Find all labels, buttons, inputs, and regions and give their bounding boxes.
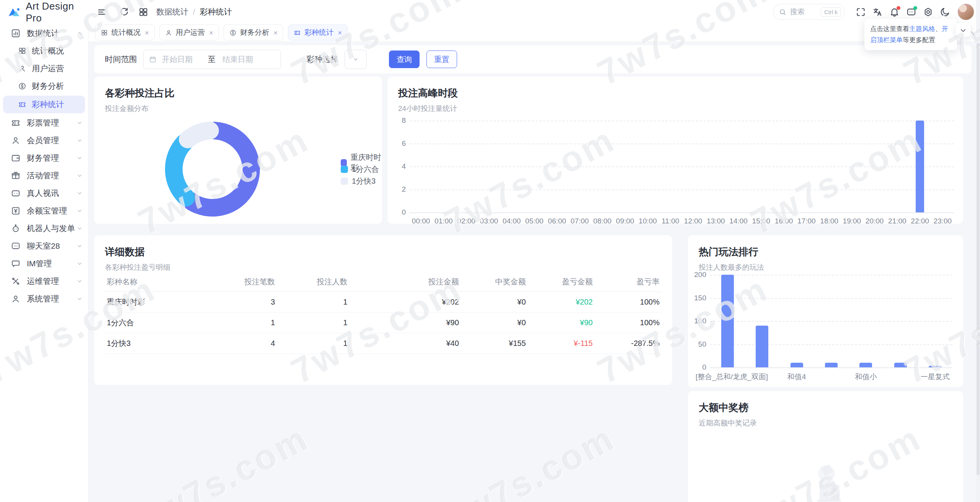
tab-用户运营[interactable]: 用户运营× — [159, 24, 219, 41]
sidebar-item-余额宝管理[interactable]: 余额宝管理 — [0, 202, 88, 220]
tab-label: 用户运营 — [176, 28, 205, 37]
lottery-select[interactable] — [345, 50, 367, 69]
sidebar-item-label: 系统管理 — [27, 293, 59, 304]
bar-chart-icon — [11, 28, 21, 38]
table-cell: ¥0 — [461, 292, 528, 313]
sidebar-item-IM管理[interactable]: IM管理 — [0, 255, 88, 272]
user-avatar[interactable] — [958, 4, 974, 20]
x-axis-tick: 17:00 — [797, 217, 816, 225]
sidebar-item-label: 余额宝管理 — [27, 205, 67, 216]
legend-item-1分六合[interactable]: 1分六合 — [341, 164, 379, 174]
y-axis-tick: 6 — [390, 139, 406, 148]
sidebar-item-数据统计[interactable]: 数据统计 — [0, 24, 88, 42]
main-content: 时间范围 至 彩种选择 查询 重置 各彩种投注占比 投注金额分布 — [88, 41, 980, 502]
detail-table-card: 详细数据 各彩种投注盈亏明细 彩种名称投注笔数投注人数投注金额中奖金额盈亏金额盈… — [94, 235, 672, 385]
refresh-button[interactable] — [116, 4, 132, 20]
table-cell: ¥0 — [461, 313, 528, 333]
breadcrumb-parent[interactable]: 数据统计 — [156, 7, 188, 17]
sidebar-item-彩票管理[interactable]: 彩票管理 — [0, 114, 88, 132]
table-row-1分快3[interactable]: 1分快341¥40¥155¥-115-287.5% — [105, 333, 662, 354]
sidebar-item-label: 用户运营 — [32, 63, 64, 74]
fullscreen-button[interactable] — [853, 4, 868, 20]
sidebar-item-聊天室28[interactable]: 聊天室28 — [0, 237, 88, 255]
sidebar-item-机器人与发单[interactable]: 机器人与发单 — [0, 220, 88, 237]
grid-icon — [18, 47, 26, 55]
date-range-picker[interactable]: 至 — [143, 50, 281, 69]
reset-button[interactable]: 重置 — [426, 51, 457, 68]
x-axis-tick: [整合_总和/龙虎_双面] — [696, 372, 768, 382]
sidebar-item-用户运营[interactable]: 用户运营 — [0, 60, 88, 77]
search-icon — [779, 8, 786, 16]
sidebar-item-label: 统计概况 — [32, 46, 64, 56]
gift-icon — [11, 171, 21, 181]
translate-button[interactable] — [870, 4, 885, 20]
settings-icon — [923, 7, 933, 17]
finance-icon — [229, 29, 237, 36]
scrollbar-thumb[interactable] — [977, 43, 980, 475]
im-icon — [11, 259, 21, 269]
y-axis-tick: 200 — [691, 271, 706, 279]
sidebar-item-彩种统计[interactable]: 彩种统计 — [3, 96, 85, 113]
collapse-menu-button[interactable] — [94, 4, 109, 20]
tab-统计概况[interactable]: 统计概况× — [95, 24, 155, 41]
sidebar-item-真人视讯[interactable]: 真人视讯 — [0, 184, 88, 202]
settings-button[interactable] — [920, 4, 936, 20]
gridline — [410, 166, 954, 167]
tab-彩种统计[interactable]: 彩种统计× — [288, 24, 348, 41]
bar-[整合_总和/龙虎_双面] — [721, 275, 734, 367]
x-axis-tick: 06:00 — [548, 217, 566, 225]
legend-label: 1分六合 — [352, 164, 379, 174]
start-date-input[interactable] — [161, 55, 204, 64]
sidebar-item-系统管理[interactable]: 系统管理 — [0, 290, 88, 308]
x-axis-tick: 22:00 — [911, 217, 929, 225]
end-date-input[interactable] — [222, 55, 265, 64]
header-actions: Ctrl k — [773, 4, 980, 20]
sidebar-item-统计概况[interactable]: 统计概况 — [0, 42, 88, 60]
apps-grid-button[interactable] — [136, 4, 151, 20]
big-win-title: 大额中奖榜 — [699, 401, 963, 414]
query-button[interactable]: 查询 — [389, 51, 420, 68]
apps-grid-icon — [138, 7, 149, 17]
tab-close-icon[interactable]: × — [145, 29, 149, 36]
collapse-panel-button[interactable] — [956, 23, 971, 37]
sidebar-item-财务分析[interactable]: 财务分析 — [0, 77, 88, 95]
sidebar-item-会员管理[interactable]: 会员管理 — [0, 132, 88, 149]
sidebar-item-活动管理[interactable]: 活动管理 — [0, 167, 88, 184]
tab-close-icon[interactable]: × — [338, 29, 342, 36]
x-axis-tick: 13:00 — [707, 217, 725, 225]
tooltip-link[interactable]: 主题风格 — [909, 25, 935, 33]
tab-财务分析[interactable]: 财务分析× — [224, 24, 283, 41]
translate-icon — [872, 7, 883, 17]
search-input[interactable] — [789, 7, 813, 16]
gridline — [410, 121, 954, 121]
table-cell: ¥40 — [350, 333, 461, 354]
tab-close-icon[interactable]: × — [209, 29, 213, 36]
tab-close-icon[interactable]: × — [273, 29, 278, 36]
bar-和值4 — [791, 363, 803, 367]
table-cell: 1 — [277, 292, 350, 313]
logo[interactable]: Art Design Pro — [0, 0, 88, 24]
donut-segment-1分快3 — [188, 130, 210, 139]
legend-swatch — [341, 178, 348, 185]
x-axis-tick: 12:00 — [684, 217, 702, 225]
sidebar-item-label: IM管理 — [27, 258, 52, 269]
table-row-1分六合[interactable]: 1分六合11¥90¥0¥90100% — [105, 313, 662, 333]
moon-icon — [940, 7, 950, 17]
chevron-down-icon — [77, 155, 83, 161]
chevron-down-icon — [77, 296, 83, 302]
breadcrumb-current: 彩种统计 — [200, 7, 232, 17]
global-search[interactable]: Ctrl k — [773, 4, 844, 20]
gridline — [410, 189, 954, 190]
sidebar-item-财务管理[interactable]: 财务管理 — [0, 149, 88, 167]
user-icon — [18, 64, 26, 73]
table-cell: 1分快3 — [105, 333, 199, 354]
table-cell: ¥90 — [350, 313, 461, 333]
table-row-重庆时时彩[interactable]: 重庆时时彩31¥202¥0¥202100% — [105, 292, 662, 313]
x-axis-tick: 和值4 — [787, 372, 806, 382]
y-axis-tick: 2 — [390, 185, 406, 194]
sidebar-item-运维管理[interactable]: 运维管理 — [0, 272, 88, 290]
legend-item-1分快3[interactable]: 1分快3 — [341, 176, 376, 186]
system-icon — [11, 294, 21, 304]
refresh-icon — [119, 7, 129, 17]
big-win-subtitle: 近期高额中奖记录 — [699, 418, 963, 428]
